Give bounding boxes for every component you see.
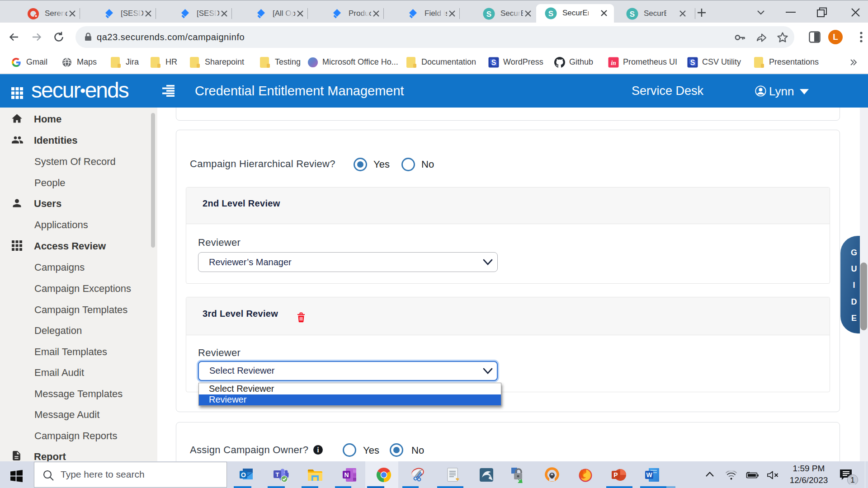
svg-text:N: N	[344, 471, 349, 479]
svg-text:S: S	[690, 59, 695, 66]
svg-text:T: T	[276, 471, 279, 478]
svg-text:O: O	[241, 471, 246, 479]
svg-text:S: S	[548, 9, 553, 18]
svg-text:W: W	[646, 471, 652, 479]
svg-text:S: S	[630, 10, 635, 19]
svg-text:P: P	[613, 471, 618, 479]
svg-text:S: S	[491, 59, 496, 66]
svg-text:in: in	[611, 60, 616, 66]
svg-text:1: 1	[850, 476, 854, 484]
svg-text:S: S	[486, 10, 491, 19]
